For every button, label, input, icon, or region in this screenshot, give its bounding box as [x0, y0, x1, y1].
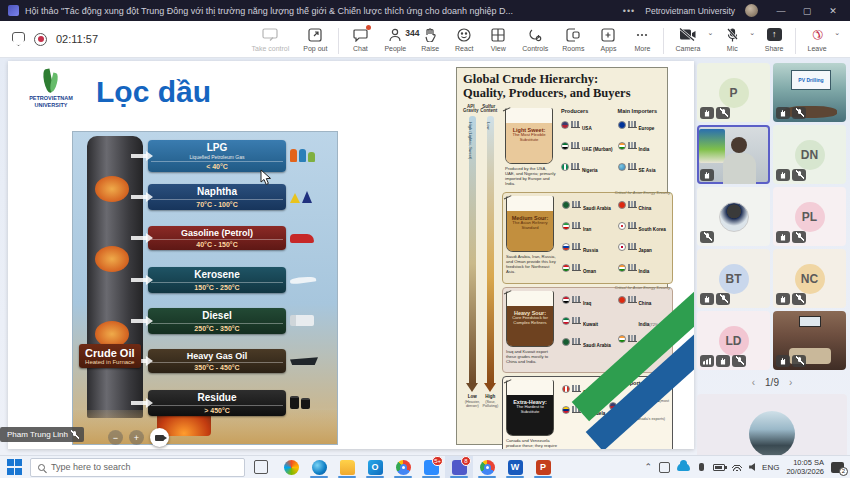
toolbar-divider [338, 28, 339, 54]
tray-date: 20/03/2026 [786, 467, 824, 476]
tray-device-icon[interactable] [659, 462, 670, 473]
ship-icon [628, 142, 637, 149]
taskbar-teams[interactable]: 8 [445, 456, 473, 478]
share-button[interactable]: ↑ Share [757, 24, 791, 55]
account-avatar[interactable] [745, 4, 758, 17]
taskbar-chrome[interactable] [389, 456, 417, 478]
zoom-out-button[interactable]: − [108, 430, 123, 445]
folder-icon [340, 460, 355, 475]
titlebar-overflow-menu[interactable]: ••• [623, 6, 635, 16]
pop-out-button[interactable]: Pop out [296, 24, 334, 55]
onedrive-icon[interactable] [677, 463, 690, 471]
participant-tile[interactable]: NC [773, 249, 846, 308]
participant-tile[interactable]: PL [773, 187, 846, 246]
avatar-photo [719, 202, 749, 232]
fraction-label: Diesel 250°C - 350°C [148, 308, 286, 334]
close-button[interactable]: ✕ [820, 0, 846, 21]
ship-icon [572, 264, 581, 271]
pvu-logo: PETROVIETNAMUNIVERSITY [22, 69, 80, 109]
tray-mic-icon[interactable] [699, 463, 704, 471]
language-indicator[interactable]: ENG [762, 463, 779, 472]
participant-video-tile[interactable]: PV Drilling [773, 63, 846, 122]
rooms-button[interactable]: Rooms [555, 24, 591, 55]
taskbar-outlook[interactable]: O [361, 456, 389, 478]
copilot-icon [284, 460, 299, 475]
mic-dropdown-chevron[interactable]: ⌄ [749, 29, 755, 37]
previous-page-chevron[interactable]: ‹ [752, 377, 755, 388]
taskbar-search[interactable]: Type here to search [30, 458, 245, 477]
pvu-flame-icon [41, 69, 61, 95]
camera-dropdown-chevron[interactable]: ⌄ [707, 29, 713, 37]
minimize-button[interactable]: — [768, 0, 794, 21]
battery-icon[interactable] [713, 464, 725, 471]
react-button[interactable]: React [447, 24, 481, 55]
taskbar-copilot[interactable] [277, 456, 305, 478]
camera-control-button[interactable] [150, 428, 169, 447]
tray-chevron-icon[interactable]: ⌃ [645, 462, 653, 472]
participant-tile[interactable]: BT [697, 249, 770, 308]
city-icon [628, 296, 637, 303]
participant-video-tile[interactable] [773, 311, 846, 370]
more-button[interactable]: More [625, 24, 659, 55]
quality-axes: API Gravity Sulfur Content High (Lighter… [463, 105, 499, 435]
truck-icon [290, 315, 314, 326]
chat-button[interactable]: Chat [343, 24, 377, 55]
presenter-name-tag: Pham Trung Linh [0, 427, 84, 442]
maximize-button[interactable]: ▢ [794, 0, 820, 21]
taskbar-file-explorer[interactable] [333, 456, 361, 478]
view-button[interactable]: View [481, 24, 515, 55]
apps-button[interactable]: Apps [591, 24, 625, 55]
security-shield-icon[interactable] [12, 32, 25, 46]
hand-raised-badge [776, 355, 790, 367]
notification-center-icon[interactable]: 2 [831, 462, 844, 473]
taskbar-zoom[interactable]: 5+ [417, 456, 445, 478]
mic-muted-badge [792, 231, 806, 243]
taskbar-word[interactable]: W [501, 456, 529, 478]
flag-icon [618, 296, 626, 304]
wifi-icon[interactable] [732, 463, 742, 471]
participant-tile[interactable]: P [697, 63, 770, 122]
mic-muted-badge [792, 355, 806, 367]
powerpoint-icon: P [536, 460, 551, 475]
leave-button[interactable]: ✆ Leave [800, 24, 834, 55]
importer-row: China [618, 291, 670, 309]
importer-row: Japan [618, 238, 670, 256]
flag-icon [562, 296, 570, 304]
taskbar-edge[interactable] [305, 456, 333, 478]
beaker-medium-sour: Medium Sour: The Asian Refinery Standard [506, 196, 554, 252]
chat-notification-dot [366, 25, 371, 30]
flag-icon [561, 142, 569, 150]
industry-icon [571, 163, 580, 170]
section-caption: Iraq and Kuwait export these grades most… [506, 349, 558, 364]
flame-glow [95, 176, 129, 202]
taskbar-chrome-2[interactable] [473, 456, 501, 478]
speaker-icon[interactable] [749, 463, 755, 471]
infographic-title-line1: Global Crude Hierarchy: [463, 73, 661, 87]
hand-raised-badge [776, 107, 790, 119]
taskbar-powerpoint[interactable]: P [529, 456, 557, 478]
people-button[interactable]: 344 People [377, 24, 413, 55]
participant-tile[interactable]: DN [773, 125, 846, 184]
next-page-chevron[interactable]: › [789, 377, 792, 388]
hand-raised-badge [776, 293, 790, 305]
speaker-backdrop-banner [699, 129, 725, 163]
clock[interactable]: 10:05 SA 20/03/2026 [786, 458, 824, 477]
mic-button[interactable]: Mic [715, 24, 749, 55]
flag-icon [562, 243, 570, 251]
fraction-row-naphtha: Naphtha 70°C - 100°C [131, 184, 312, 210]
task-view-button[interactable] [254, 460, 268, 474]
distillation-tower-figure: LPG Liquefied Petroleum Gas < 40°C Napht… [72, 131, 338, 445]
camera-button[interactable]: Camera [668, 24, 707, 55]
zoom-in-button[interactable]: + [129, 430, 144, 445]
ship-icon [290, 357, 318, 365]
fraction-label: Residue > 450°C [148, 390, 286, 416]
critical-tag: Critical for Asian Energy Security [615, 286, 670, 290]
mic-muted-badge [792, 169, 806, 181]
controls-button[interactable]: Controls [515, 24, 555, 55]
participant-tile[interactable]: LD [697, 311, 770, 370]
mic-off-icon [72, 431, 77, 439]
leave-dropdown-chevron[interactable]: ⌄ [834, 29, 840, 37]
active-speaker-tile[interactable] [697, 125, 770, 184]
participant-photo-tile[interactable] [697, 187, 770, 246]
start-button[interactable] [7, 459, 23, 475]
